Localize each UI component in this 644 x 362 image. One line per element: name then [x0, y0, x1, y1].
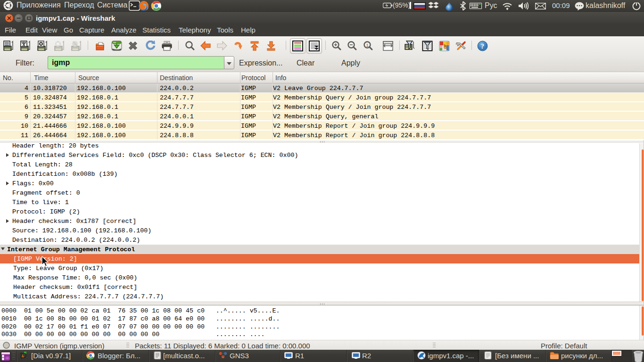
- svg-text:?: ?: [481, 42, 485, 50]
- svg-text:1: 1: [366, 43, 369, 48]
